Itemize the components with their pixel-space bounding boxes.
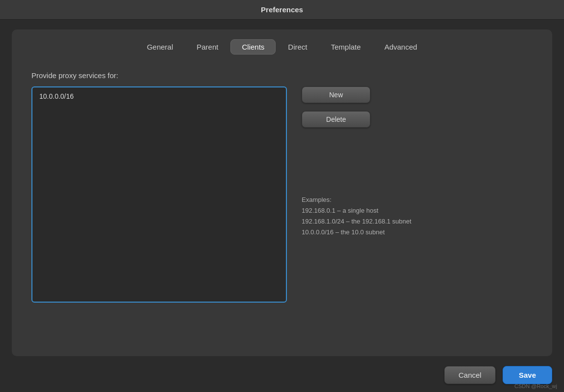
cancel-button[interactable]: Cancel <box>444 366 496 384</box>
tab-parent[interactable]: Parent <box>185 39 229 55</box>
save-button[interactable]: Save <box>503 366 552 384</box>
tab-direct[interactable]: Direct <box>277 39 318 55</box>
window-title: Preferences <box>261 5 303 14</box>
content-area: Provide proxy services for: 10.0.0.0/16 … <box>22 66 542 308</box>
example-line-3: 10.0.0.0/16 – the 10.0 subnet <box>302 227 411 238</box>
title-bar: Preferences <box>0 0 564 20</box>
main-container: General Parent Clients Direct Template A… <box>12 29 552 356</box>
main-row: 10.0.0.0/16 New Delete Examples: 192.168… <box>31 86 533 303</box>
watermark: CSDN @Rock_wj <box>514 383 557 389</box>
proxy-list-box[interactable]: 10.0.0.0/16 <box>31 86 287 303</box>
tab-advanced[interactable]: Advanced <box>373 39 428 55</box>
tab-general[interactable]: General <box>136 39 184 55</box>
list-item: 10.0.0.0/16 <box>37 91 281 101</box>
examples-title: Examples: <box>302 195 411 205</box>
section-label: Provide proxy services for: <box>31 71 533 80</box>
delete-button[interactable]: Delete <box>302 111 370 128</box>
examples-section: Examples: 192.168.0.1 – a single host 19… <box>302 195 411 238</box>
tab-template[interactable]: Template <box>320 39 372 55</box>
new-button[interactable]: New <box>302 86 370 103</box>
example-line-2: 192.168.1.0/24 – the 192.168.1 subnet <box>302 216 411 227</box>
right-panel: New Delete Examples: 192.168.0.1 – a sin… <box>302 86 533 238</box>
bottom-bar: Cancel Save <box>12 366 552 392</box>
list-box-container: 10.0.0.0/16 <box>31 86 287 303</box>
example-line-1: 192.168.0.1 – a single host <box>302 205 411 216</box>
tab-clients[interactable]: Clients <box>230 39 276 55</box>
tabs-row: General Parent Clients Direct Template A… <box>22 39 542 55</box>
